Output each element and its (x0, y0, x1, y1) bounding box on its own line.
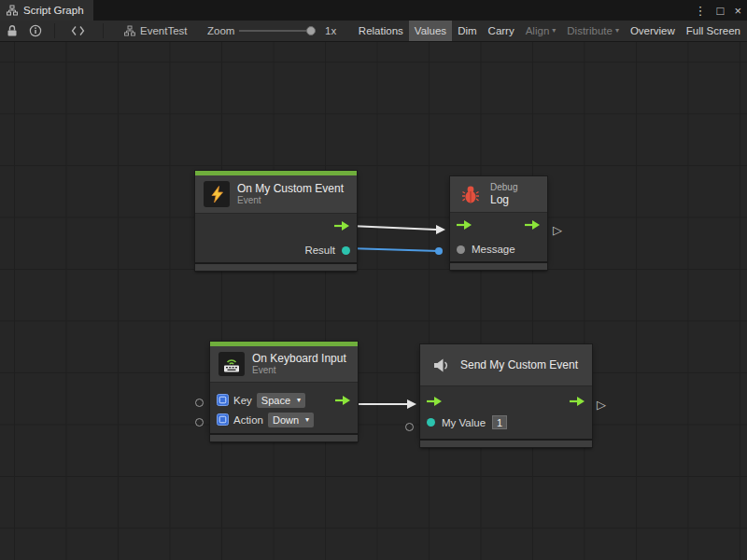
action-external-port[interactable] (195, 418, 204, 427)
graph-name-breadcrumb[interactable]: EventTest (140, 25, 188, 36)
close-icon[interactable]: × (734, 4, 741, 18)
zoom-label: Zoom (207, 25, 234, 36)
node-debug-log[interactable]: Debug Log Message (450, 176, 547, 270)
result-port-label: Result (304, 245, 335, 256)
value-connection-result-to-message (345, 245, 443, 255)
flow-input-port[interactable] (457, 219, 472, 231)
info-icon[interactable] (29, 24, 42, 37)
node-on-my-custom-event[interactable]: On My Custom Event Event Result (195, 171, 357, 271)
my-value-port[interactable] (427, 418, 435, 427)
key-external-port[interactable] (195, 399, 204, 407)
flow-connection-custom-event-to-log (350, 225, 445, 234)
graph-toolbar: EventTest Zoom 1x Relations Values Dim C… (0, 21, 747, 42)
flow-output-port[interactable] (570, 396, 585, 407)
toolbar-separator (103, 23, 104, 38)
chevron-down-icon: ▾ (552, 27, 556, 35)
values-button[interactable]: Values (409, 21, 452, 41)
toolbar-button-group: Relations Values Dim Carry Align ▾ Distr… (353, 21, 746, 41)
node-subtitle: Event (252, 365, 346, 376)
node-title: Send My Custom Event (460, 358, 578, 371)
tab-label: Script Graph (23, 5, 84, 16)
message-value-port[interactable] (457, 245, 465, 254)
my-value-label: My Value (442, 417, 486, 428)
node-kicker: Debug (490, 182, 517, 193)
lightning-icon (204, 181, 230, 207)
key-port-label: Key (233, 395, 252, 406)
flow-input-port[interactable] (427, 396, 443, 407)
node-footer (195, 264, 357, 271)
node-title: Log (490, 193, 517, 206)
message-port-label: Message (472, 244, 515, 255)
code-view-icon[interactable] (71, 25, 85, 36)
chevron-down-icon: ▾ (297, 397, 301, 404)
carry-button[interactable]: Carry (483, 21, 520, 41)
zoom-slider-handle[interactable] (306, 26, 316, 35)
action-dropdown[interactable]: Down ▾ (268, 413, 314, 427)
tab-script-graph[interactable]: Script Graph (0, 0, 93, 21)
flow-output-port[interactable] (335, 395, 351, 406)
relations-button[interactable]: Relations (353, 21, 409, 41)
flow-connection-keyboard-to-send (352, 399, 416, 409)
node-footer (210, 435, 358, 441)
node-footer (420, 441, 592, 447)
zoom-value: 1x (325, 25, 336, 36)
flow-output-port[interactable] (334, 220, 350, 231)
zoom-slider[interactable] (239, 30, 316, 32)
keycode-icon (217, 394, 229, 406)
lock-icon[interactable] (7, 24, 18, 37)
relation-triangle-icon: ▷ (597, 399, 606, 411)
align-button[interactable]: Align ▾ (520, 21, 562, 41)
keyboard-input-icon (218, 352, 245, 376)
dim-button[interactable]: Dim (452, 21, 482, 41)
menu-kebab-icon[interactable]: ⋮ (695, 4, 707, 18)
chevron-down-icon: ▾ (305, 416, 309, 424)
maximize-icon[interactable]: □ (717, 4, 725, 18)
my-value-external-port[interactable] (405, 423, 414, 431)
node-footer (450, 263, 547, 270)
node-on-keyboard-input[interactable]: On Keyboard Input Event Key Space ▾ (210, 342, 358, 441)
node-subtitle: Event (237, 195, 344, 206)
action-port-label: Action (233, 414, 263, 426)
distribute-button[interactable]: Distribute ▾ (561, 21, 625, 41)
node-title: On Keyboard Input (252, 352, 346, 365)
fullscreen-button[interactable]: Full Screen (681, 21, 746, 41)
key-action-icon (217, 413, 229, 426)
result-value-port[interactable] (342, 246, 350, 255)
overview-button[interactable]: Overview (625, 21, 681, 41)
node-send-my-custom-event[interactable]: Send My Custom Event My Value (420, 344, 592, 447)
script-graph-icon (7, 5, 18, 16)
window-titlebar: Script Graph ⋮ □ × (0, 0, 747, 21)
send-event-icon (429, 353, 453, 377)
graph-asset-icon (124, 25, 135, 36)
my-value-input[interactable] (492, 415, 507, 429)
key-dropdown[interactable]: Space ▾ (257, 393, 305, 408)
relation-triangle-icon: ▷ (553, 224, 562, 236)
flow-output-port[interactable] (525, 219, 541, 231)
connection-lines (0, 42, 747, 560)
graph-canvas[interactable]: On My Custom Event Event Result (0, 42, 747, 560)
toolbar-separator (54, 23, 55, 38)
bug-icon (458, 182, 483, 206)
node-title: On My Custom Event (237, 182, 344, 195)
chevron-down-icon: ▾ (615, 27, 619, 35)
